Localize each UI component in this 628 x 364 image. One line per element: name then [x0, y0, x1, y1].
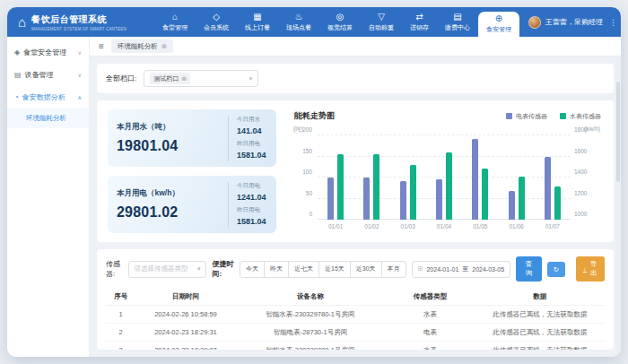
online-order-icon: ▦ [253, 13, 261, 22]
table-row: 22024-02-23 18:29:31智能电表-28730-1号房间电表此传感… [106, 324, 605, 342]
stall-tag-close-icon[interactable]: ⊗ [181, 75, 187, 82]
tab-close-icon[interactable]: ⊗ [161, 42, 167, 50]
bar-group-01/04 [426, 135, 462, 220]
bar-水表传感器-01/06[interactable] [519, 177, 525, 220]
content: 全部档口: 测试档口 ⊗ ▾ [90, 56, 621, 357]
avatar[interactable] [528, 16, 541, 29]
table-header-设备名称: 设备名称 [236, 288, 386, 306]
bar-水表传感器-01/01[interactable] [337, 154, 344, 220]
download-icon: ↓ [583, 265, 587, 273]
x-axis-label: 01/04 [426, 221, 462, 231]
food-safety-icon: ⊕ [495, 14, 502, 23]
scrollbar-track[interactable] [616, 58, 620, 353]
tab-label: 环境能耗分析 [118, 42, 158, 51]
legend-label: 电表传感器 [516, 112, 547, 121]
table-cell: 智能水表-230329780-1号房间 [236, 342, 386, 351]
sidebar-item-食安数据分析[interactable]: ◔食安数据分析∧ [7, 86, 89, 108]
hamburger-icon[interactable]: ≡ [99, 41, 104, 51]
tab-env-energy[interactable]: 环境能耗分析 ⊗ [111, 39, 173, 53]
table-cell: 3 [106, 342, 135, 351]
nav-item-现场点餐[interactable]: ♨现场点餐 [278, 7, 319, 37]
user-area[interactable]: 王蕾蕾，采购经理 ⋮ [519, 7, 619, 37]
nav-item-食堂管理[interactable]: ⌂食堂管理 [154, 7, 196, 37]
export-button[interactable]: ↓ 导出 [576, 256, 605, 282]
bar-电表传感器-01/01[interactable] [327, 178, 334, 220]
nav-item-进销存[interactable]: ⇄进销存 [402, 7, 437, 37]
tab-bar: ≡ 环境能耗分析 ⊗ [90, 37, 621, 56]
bar-电表传感器-01/04[interactable] [436, 179, 442, 220]
bar-group-01/06 [498, 135, 534, 220]
stat-mini-label: 今日用电 [237, 182, 267, 190]
bar-水表传感器-01/02[interactable] [373, 154, 379, 220]
sidebar-subitem-环境能耗分析[interactable]: 环境能耗分析 [7, 108, 89, 128]
chevron-icon: ∨ [78, 49, 82, 56]
analysis-icon: ◔ [14, 94, 19, 101]
quick-date-昨天[interactable]: 昨天 [264, 261, 289, 278]
nav-item-自动称重[interactable]: ▽自动称重 [361, 7, 402, 37]
nav-item-线上订餐[interactable]: ▦线上订餐 [237, 7, 278, 37]
stall-filter-card: 全部档口: 测试档口 ⊗ ▾ [97, 64, 614, 93]
search-button[interactable]: 查询 [516, 256, 542, 282]
stall-select[interactable]: 测试档口 ⊗ ▾ [144, 70, 258, 87]
sidebar-item-label: 食安数据分析 [22, 92, 65, 102]
bar-电表传感器-01/05[interactable] [472, 139, 478, 220]
query-table-card: 传感器: 请选择传感器类型 ▾ 便捷时间: 今天昨天近七天近15天近30天本月 … [97, 249, 614, 350]
stat-mini-value: 1581.04 [237, 151, 267, 160]
table-cell: 2024-02-23 18:29:31 [135, 324, 235, 342]
nav-item-缴费中心[interactable]: ▤缴费中心 [437, 7, 478, 37]
app-window: ⌂ 餐饮后台管理系统 MANAGEMENT SYSTEM OF SMART CA… [7, 7, 621, 357]
bar-水表传感器-01/04[interactable] [446, 152, 452, 220]
table-header-数据: 数据 [475, 288, 605, 306]
table-cell: 智能电表-28730-1号房间 [236, 324, 386, 342]
export-label: 导出 [590, 260, 597, 278]
quick-date-近30天[interactable]: 近30天 [350, 261, 382, 278]
quick-date-本月[interactable]: 本月 [381, 261, 406, 278]
sidebar-item-设备管理[interactable]: ▤设备管理∨ [7, 64, 89, 86]
bar-电表传感器-01/02[interactable] [363, 178, 370, 220]
nav-item-label: 会员系统 [204, 23, 229, 32]
bar-水表传感器-01/03[interactable] [410, 165, 416, 220]
sidebar-item-食堂安全管理[interactable]: ◈食堂安全管理∨ [7, 41, 89, 64]
bar-电表传感器-01/07[interactable] [545, 157, 551, 221]
device-icon: ▤ [14, 72, 22, 79]
nav-item-视觉结算[interactable]: ◎视觉结算 [319, 7, 361, 37]
chevron-down-icon: ▾ [249, 75, 253, 82]
date-start: 2024-01-01 [426, 266, 458, 273]
stat-mini-label: 昨日用电 [237, 206, 267, 214]
x-axis-label: 01/01 [318, 221, 353, 231]
bar-电表传感器-01/03[interactable] [400, 181, 406, 220]
legend-label: 水表传感器 [570, 112, 601, 121]
x-axis-label: 01/03 [390, 221, 426, 231]
member-icon: ◇ [213, 13, 220, 22]
nav-item-label: 缴费中心 [445, 23, 470, 32]
energy-trend-chart: 能耗走势图 电表传感器水表传感器 (吨) (kw/h) 050100150200… [291, 109, 603, 233]
nav-item-label: 食安管理 [486, 25, 511, 34]
quick-date-近15天[interactable]: 近15天 [318, 261, 351, 278]
bar-电表传感器-01/06[interactable] [509, 191, 515, 220]
stat-mini-value: 1581.04 [237, 217, 267, 226]
legend-swatch [506, 113, 512, 119]
bar-group-01/03 [390, 135, 426, 220]
sensor-select[interactable]: 请选择传感器类型 ▾ [128, 261, 207, 278]
kebab-menu-icon[interactable]: ⋮ [607, 18, 619, 27]
left-axis-tick: 0 [293, 211, 312, 217]
table-cell: 水表 [385, 342, 475, 351]
table-header-序号: 序号 [106, 288, 135, 306]
bar-水表传感器-01/05[interactable] [482, 169, 488, 220]
chevron-down-icon: ▾ [197, 265, 201, 273]
sensor-data-table: 序号日期时间设备名称传感器类型数据 12024-02-26 10:58:59智能… [106, 288, 605, 350]
nav-item-会员系统[interactable]: ◇会员系统 [196, 7, 237, 37]
stat-cards: 本月用水（吨） 19801.04 今日用水 141.04 昨日用电 1581.0… [108, 109, 276, 233]
quick-date-近七天[interactable]: 近七天 [288, 261, 319, 278]
quick-date-今天[interactable]: 今天 [240, 261, 265, 278]
water-stat-card: 本月用水（吨） 19801.04 今日用水 141.04 昨日用电 1581.0… [108, 109, 276, 167]
nav-item-食安管理[interactable]: ⊕食安管理 [478, 12, 519, 37]
table-cell: 电表 [385, 324, 475, 342]
bar-水表传感器-01/07[interactable] [554, 186, 561, 220]
table-cell: 1 [106, 306, 135, 324]
x-axis-label: 01/05 [462, 221, 498, 231]
date-range-picker[interactable]: ⊞ 2024-01-01 至 2024-03-05 [412, 261, 511, 278]
sensor-select-placeholder: 请选择传感器类型 [135, 264, 188, 273]
scrollbar-thumb[interactable] [616, 82, 620, 182]
refresh-button[interactable]: ↻ [547, 262, 565, 277]
